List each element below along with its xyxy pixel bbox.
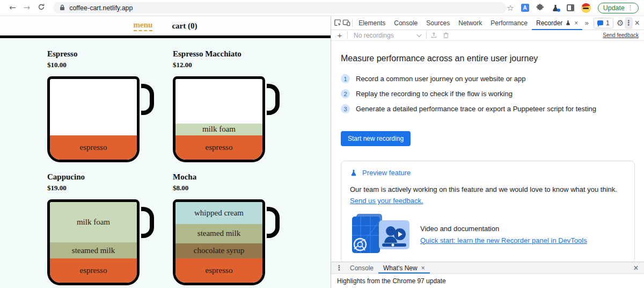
cup-layer-label: espresso xyxy=(206,266,233,275)
address-bar[interactable]: coffee-cart.netlify.app xyxy=(53,2,507,13)
product-name: Mocha xyxy=(173,172,283,182)
quick-start-link[interactable]: Quick start: learn the new Recorder pane… xyxy=(420,236,587,244)
beaker-experiments-icon[interactable] xyxy=(551,4,560,12)
screenshot-root: coffee-cart.netlify.app Update xyxy=(0,0,644,288)
video-docs-row: Video and documentation Quick start: lea… xyxy=(350,214,626,255)
issues-bubble-icon xyxy=(597,20,603,25)
drawer-menu-icon[interactable] xyxy=(333,262,345,274)
product-price: $19.00 xyxy=(47,184,158,192)
cup-espresso-macchiato[interactable]: milk foamespresso xyxy=(173,76,265,162)
drawer-close-icon[interactable] xyxy=(630,262,642,274)
cup-cappucino[interactable]: milk foamsteamed milkespresso xyxy=(47,199,140,285)
cup-wrap: milk foamsteamed milkespresso xyxy=(47,199,140,285)
tab-console[interactable]: Console xyxy=(390,16,422,30)
cart-link[interactable]: cart (0) xyxy=(172,21,197,31)
cup-layer-label: whipped cream xyxy=(194,208,244,218)
product-name: Espresso xyxy=(47,49,158,59)
tab-sources[interactable]: Sources xyxy=(422,16,454,30)
flask-icon xyxy=(565,20,571,26)
toolbar-separator xyxy=(426,31,427,39)
forward-arrow-icon[interactable] xyxy=(20,4,34,12)
drawer-tab-console[interactable]: Console xyxy=(345,262,378,273)
bookmark-star-icon[interactable] xyxy=(507,3,514,13)
tab-recorder[interactable]: Recorder × xyxy=(532,16,582,30)
toolbar-separator xyxy=(352,19,353,27)
product-name: Cappucino xyxy=(47,172,158,182)
recorder-title: Measure performance across an entire use… xyxy=(341,54,634,63)
update-button-label: Update xyxy=(603,4,625,12)
tab-recorder-label: Recorder xyxy=(536,19,562,27)
video-docs-text: Video and documentation Quick start: lea… xyxy=(420,225,587,244)
start-new-recording-button[interactable]: Start new recording xyxy=(341,131,411,146)
cup-layer-label: steamed milk xyxy=(72,246,115,255)
update-button[interactable]: Update xyxy=(598,3,639,13)
delete-recording-icon[interactable] xyxy=(440,30,452,41)
video-thumbnail[interactable] xyxy=(350,214,412,255)
cup-layer-label: steamed milk xyxy=(197,229,240,238)
drawer-tab-whats-new-label: What's New xyxy=(383,264,418,272)
menu-link[interactable]: menu xyxy=(134,20,153,31)
tab-recorder-close-icon[interactable]: × xyxy=(574,19,578,27)
cup-wrap: whipped creamsteamed milkchocolate syrup… xyxy=(173,199,265,285)
product-espresso-macchiato: Espresso Macchiato $12.00 milk foamespre… xyxy=(173,49,283,162)
extensions-puzzle-icon[interactable] xyxy=(536,3,544,13)
drawer-tab-close-icon[interactable]: × xyxy=(421,264,425,272)
cup-layer-milk-foam: milk foam xyxy=(50,202,137,242)
whats-new-headline[interactable]: Highlights from the Chrome 97 update xyxy=(337,277,446,285)
preview-feature-header: Preview feature xyxy=(350,169,626,177)
cup-handle xyxy=(267,207,280,238)
step-number-badge: 2 xyxy=(341,89,350,98)
beaker-badge-dot xyxy=(557,9,560,12)
send-feedback-link[interactable]: Send feedback xyxy=(603,32,639,38)
drawer-tab-bar: Console What's New × xyxy=(331,262,644,274)
product-name: Espresso Macchiato xyxy=(173,49,283,59)
product-mocha: Mocha $8.00 whipped creamsteamed milkcho… xyxy=(173,172,283,285)
cup-handle xyxy=(267,84,280,115)
url-text: coffee-cart.netlify.app xyxy=(69,4,133,12)
devtools-menu-icon[interactable] xyxy=(625,17,633,29)
export-recording-icon[interactable] xyxy=(428,30,440,41)
translate-icon[interactable] xyxy=(521,4,529,12)
cup-layer-steamed-milk: steamed milk xyxy=(50,242,137,258)
issues-counter[interactable]: 1 xyxy=(594,18,613,28)
recordings-select[interactable]: No recordings xyxy=(349,32,425,39)
back-arrow-icon[interactable] xyxy=(5,4,20,12)
cup-layer-espresso: espresso xyxy=(175,258,262,283)
devtools-tab-bar: Elements Console Sources Network Perform… xyxy=(331,16,644,30)
send-us-feedback-link[interactable]: Send us your feedback. xyxy=(350,197,423,205)
cup-handle xyxy=(141,84,154,115)
cup-layer-label: espresso xyxy=(80,266,107,275)
devtools-close-icon[interactable] xyxy=(633,17,641,29)
cup-layer-label: chocolate syrup xyxy=(194,246,245,255)
more-tabs-icon[interactable] xyxy=(582,17,591,29)
cup-layer-label: milk foam xyxy=(77,218,110,227)
tab-elements[interactable]: Elements xyxy=(354,16,390,30)
tab-network[interactable]: Network xyxy=(454,16,486,30)
devtools-panel: Elements Console Sources Network Perform… xyxy=(331,16,644,288)
cup-mocha[interactable]: whipped creamsteamed milkchocolate syrup… xyxy=(173,199,265,285)
step-row: 3 Generate a detailed performance trace … xyxy=(341,104,634,113)
settings-gear-icon[interactable] xyxy=(616,17,625,29)
cup-layer-steamed-milk: steamed milk xyxy=(175,224,262,243)
browser-actions: Update xyxy=(507,3,639,13)
whats-new-content: Highlights from the Chrome 97 update xyxy=(331,274,644,287)
device-toolbar-icon[interactable] xyxy=(342,17,351,29)
profile-avatar[interactable] xyxy=(581,3,591,13)
cup-layer-label: espresso xyxy=(80,143,107,152)
cup-espresso[interactable]: espresso xyxy=(47,76,140,162)
tab-performance[interactable]: Performance xyxy=(486,16,532,30)
drawer-tab-whats-new[interactable]: What's New × xyxy=(378,262,430,273)
step-row: 1 Record a common user journey on your w… xyxy=(341,74,634,83)
product-espresso: Espresso $10.00 espresso xyxy=(47,49,158,162)
inspect-element-icon[interactable] xyxy=(334,17,342,29)
product-grid: Espresso $10.00 espresso Espresso Macchi… xyxy=(0,38,331,288)
add-recording-icon[interactable] xyxy=(334,30,346,41)
step-row: 2 Replay the recording to check if the f… xyxy=(341,89,634,98)
step-text: Generate a detailed performance trace or… xyxy=(356,105,596,113)
reload-icon[interactable] xyxy=(34,3,49,12)
cup-wrap: milk foamespresso xyxy=(173,76,265,162)
side-panel-icon[interactable] xyxy=(567,4,574,11)
recordings-toolbar: No recordings Send feedback xyxy=(331,30,644,41)
product-price: $12.00 xyxy=(173,61,283,69)
cup-wrap: espresso xyxy=(47,76,140,162)
